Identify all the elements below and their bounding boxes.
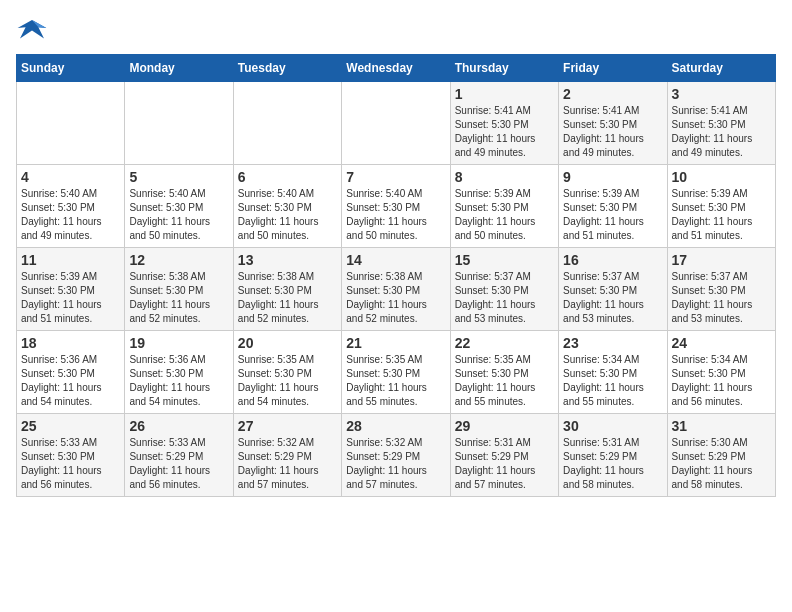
day-info: Sunrise: 5:31 AM Sunset: 5:29 PM Dayligh…	[563, 436, 662, 492]
day-cell: 23Sunrise: 5:34 AM Sunset: 5:30 PM Dayli…	[559, 331, 667, 414]
day-number: 5	[129, 169, 228, 185]
day-cell: 21Sunrise: 5:35 AM Sunset: 5:30 PM Dayli…	[342, 331, 450, 414]
day-cell: 2Sunrise: 5:41 AM Sunset: 5:30 PM Daylig…	[559, 82, 667, 165]
day-cell: 9Sunrise: 5:39 AM Sunset: 5:30 PM Daylig…	[559, 165, 667, 248]
day-number: 9	[563, 169, 662, 185]
day-info: Sunrise: 5:39 AM Sunset: 5:30 PM Dayligh…	[563, 187, 662, 243]
day-cell: 6Sunrise: 5:40 AM Sunset: 5:30 PM Daylig…	[233, 165, 341, 248]
day-info: Sunrise: 5:40 AM Sunset: 5:30 PM Dayligh…	[346, 187, 445, 243]
day-cell: 27Sunrise: 5:32 AM Sunset: 5:29 PM Dayli…	[233, 414, 341, 497]
day-cell: 3Sunrise: 5:41 AM Sunset: 5:30 PM Daylig…	[667, 82, 775, 165]
day-cell: 16Sunrise: 5:37 AM Sunset: 5:30 PM Dayli…	[559, 248, 667, 331]
day-cell: 5Sunrise: 5:40 AM Sunset: 5:30 PM Daylig…	[125, 165, 233, 248]
day-info: Sunrise: 5:41 AM Sunset: 5:30 PM Dayligh…	[563, 104, 662, 160]
day-info: Sunrise: 5:41 AM Sunset: 5:30 PM Dayligh…	[455, 104, 554, 160]
day-info: Sunrise: 5:38 AM Sunset: 5:30 PM Dayligh…	[238, 270, 337, 326]
day-cell: 10Sunrise: 5:39 AM Sunset: 5:30 PM Dayli…	[667, 165, 775, 248]
day-cell: 19Sunrise: 5:36 AM Sunset: 5:30 PM Dayli…	[125, 331, 233, 414]
day-number: 27	[238, 418, 337, 434]
day-cell: 7Sunrise: 5:40 AM Sunset: 5:30 PM Daylig…	[342, 165, 450, 248]
day-info: Sunrise: 5:39 AM Sunset: 5:30 PM Dayligh…	[21, 270, 120, 326]
day-info: Sunrise: 5:38 AM Sunset: 5:30 PM Dayligh…	[129, 270, 228, 326]
day-number: 18	[21, 335, 120, 351]
day-info: Sunrise: 5:35 AM Sunset: 5:30 PM Dayligh…	[346, 353, 445, 409]
day-cell: 15Sunrise: 5:37 AM Sunset: 5:30 PM Dayli…	[450, 248, 558, 331]
day-cell: 4Sunrise: 5:40 AM Sunset: 5:30 PM Daylig…	[17, 165, 125, 248]
day-info: Sunrise: 5:37 AM Sunset: 5:30 PM Dayligh…	[672, 270, 771, 326]
day-number: 30	[563, 418, 662, 434]
header-sunday: Sunday	[17, 55, 125, 82]
svg-marker-0	[18, 20, 47, 38]
day-cell: 1Sunrise: 5:41 AM Sunset: 5:30 PM Daylig…	[450, 82, 558, 165]
day-number: 29	[455, 418, 554, 434]
day-number: 23	[563, 335, 662, 351]
day-cell: 14Sunrise: 5:38 AM Sunset: 5:30 PM Dayli…	[342, 248, 450, 331]
day-info: Sunrise: 5:32 AM Sunset: 5:29 PM Dayligh…	[346, 436, 445, 492]
day-number: 7	[346, 169, 445, 185]
day-cell: 24Sunrise: 5:34 AM Sunset: 5:30 PM Dayli…	[667, 331, 775, 414]
day-cell: 12Sunrise: 5:38 AM Sunset: 5:30 PM Dayli…	[125, 248, 233, 331]
day-cell	[17, 82, 125, 165]
day-number: 8	[455, 169, 554, 185]
day-cell: 28Sunrise: 5:32 AM Sunset: 5:29 PM Dayli…	[342, 414, 450, 497]
header-row: SundayMondayTuesdayWednesdayThursdayFrid…	[17, 55, 776, 82]
day-number: 1	[455, 86, 554, 102]
day-number: 3	[672, 86, 771, 102]
week-row-2: 4Sunrise: 5:40 AM Sunset: 5:30 PM Daylig…	[17, 165, 776, 248]
day-info: Sunrise: 5:40 AM Sunset: 5:30 PM Dayligh…	[129, 187, 228, 243]
day-cell: 31Sunrise: 5:30 AM Sunset: 5:29 PM Dayli…	[667, 414, 775, 497]
day-cell: 30Sunrise: 5:31 AM Sunset: 5:29 PM Dayli…	[559, 414, 667, 497]
day-cell: 17Sunrise: 5:37 AM Sunset: 5:30 PM Dayli…	[667, 248, 775, 331]
calendar-table: SundayMondayTuesdayWednesdayThursdayFrid…	[16, 54, 776, 497]
logo	[16, 16, 52, 44]
header-thursday: Thursday	[450, 55, 558, 82]
day-info: Sunrise: 5:35 AM Sunset: 5:30 PM Dayligh…	[238, 353, 337, 409]
day-number: 31	[672, 418, 771, 434]
day-number: 25	[21, 418, 120, 434]
day-info: Sunrise: 5:34 AM Sunset: 5:30 PM Dayligh…	[672, 353, 771, 409]
day-number: 14	[346, 252, 445, 268]
day-info: Sunrise: 5:37 AM Sunset: 5:30 PM Dayligh…	[563, 270, 662, 326]
header-friday: Friday	[559, 55, 667, 82]
page-header	[16, 16, 776, 44]
day-cell	[342, 82, 450, 165]
day-number: 15	[455, 252, 554, 268]
day-number: 4	[21, 169, 120, 185]
day-number: 11	[21, 252, 120, 268]
header-tuesday: Tuesday	[233, 55, 341, 82]
day-cell: 25Sunrise: 5:33 AM Sunset: 5:30 PM Dayli…	[17, 414, 125, 497]
day-number: 16	[563, 252, 662, 268]
day-cell: 29Sunrise: 5:31 AM Sunset: 5:29 PM Dayli…	[450, 414, 558, 497]
day-number: 28	[346, 418, 445, 434]
day-number: 21	[346, 335, 445, 351]
day-number: 10	[672, 169, 771, 185]
day-cell: 13Sunrise: 5:38 AM Sunset: 5:30 PM Dayli…	[233, 248, 341, 331]
day-cell	[125, 82, 233, 165]
day-info: Sunrise: 5:40 AM Sunset: 5:30 PM Dayligh…	[238, 187, 337, 243]
day-cell: 20Sunrise: 5:35 AM Sunset: 5:30 PM Dayli…	[233, 331, 341, 414]
day-number: 26	[129, 418, 228, 434]
header-saturday: Saturday	[667, 55, 775, 82]
day-info: Sunrise: 5:33 AM Sunset: 5:30 PM Dayligh…	[21, 436, 120, 492]
day-info: Sunrise: 5:33 AM Sunset: 5:29 PM Dayligh…	[129, 436, 228, 492]
day-number: 24	[672, 335, 771, 351]
week-row-1: 1Sunrise: 5:41 AM Sunset: 5:30 PM Daylig…	[17, 82, 776, 165]
logo-icon	[16, 16, 48, 44]
day-info: Sunrise: 5:40 AM Sunset: 5:30 PM Dayligh…	[21, 187, 120, 243]
day-cell: 26Sunrise: 5:33 AM Sunset: 5:29 PM Dayli…	[125, 414, 233, 497]
day-info: Sunrise: 5:31 AM Sunset: 5:29 PM Dayligh…	[455, 436, 554, 492]
week-row-4: 18Sunrise: 5:36 AM Sunset: 5:30 PM Dayli…	[17, 331, 776, 414]
day-info: Sunrise: 5:36 AM Sunset: 5:30 PM Dayligh…	[129, 353, 228, 409]
day-number: 2	[563, 86, 662, 102]
day-info: Sunrise: 5:32 AM Sunset: 5:29 PM Dayligh…	[238, 436, 337, 492]
header-wednesday: Wednesday	[342, 55, 450, 82]
day-info: Sunrise: 5:37 AM Sunset: 5:30 PM Dayligh…	[455, 270, 554, 326]
day-number: 17	[672, 252, 771, 268]
day-cell: 8Sunrise: 5:39 AM Sunset: 5:30 PM Daylig…	[450, 165, 558, 248]
day-number: 20	[238, 335, 337, 351]
day-info: Sunrise: 5:36 AM Sunset: 5:30 PM Dayligh…	[21, 353, 120, 409]
day-info: Sunrise: 5:35 AM Sunset: 5:30 PM Dayligh…	[455, 353, 554, 409]
week-row-5: 25Sunrise: 5:33 AM Sunset: 5:30 PM Dayli…	[17, 414, 776, 497]
day-info: Sunrise: 5:41 AM Sunset: 5:30 PM Dayligh…	[672, 104, 771, 160]
day-number: 19	[129, 335, 228, 351]
